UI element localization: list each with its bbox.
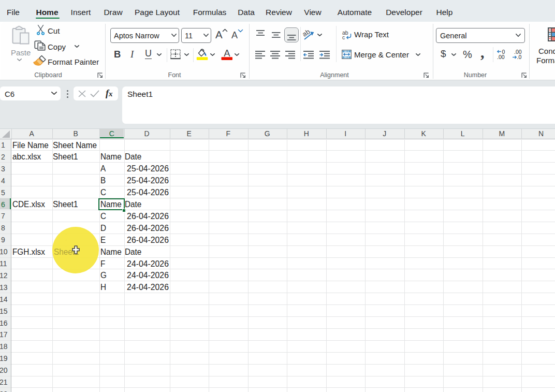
svg-text:c: c (342, 34, 345, 40)
svg-text:.0: .0 (517, 54, 522, 60)
svg-text:A: A (224, 48, 230, 59)
svg-text:.00: .00 (497, 54, 505, 60)
